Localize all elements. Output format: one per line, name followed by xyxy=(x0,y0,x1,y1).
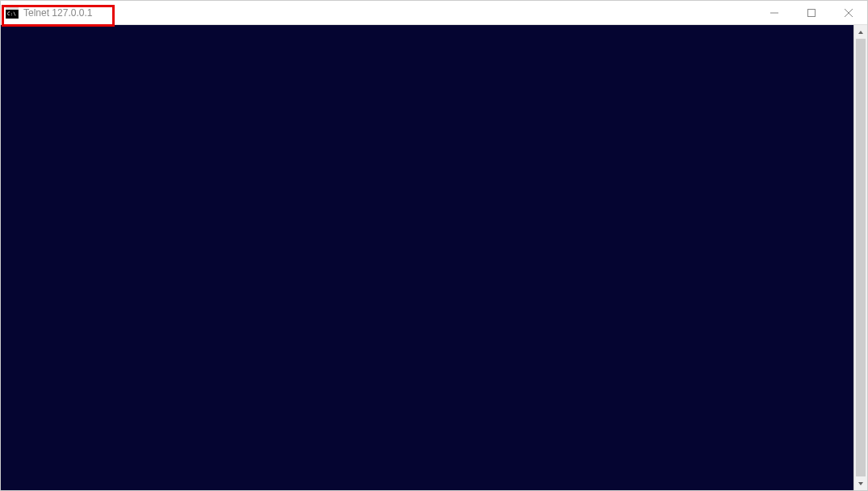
vertical-scrollbar[interactable] xyxy=(853,25,867,490)
svg-text:C:\: C:\ xyxy=(7,10,16,16)
minimize-button[interactable] xyxy=(756,1,793,25)
scroll-track[interactable] xyxy=(854,39,867,476)
svg-rect-4 xyxy=(808,9,816,16)
titlebar-left: C:\ Telnet 127.0.0.1 xyxy=(1,6,756,19)
scroll-thumb[interactable] xyxy=(856,39,866,476)
command-prompt-icon: C:\ xyxy=(6,6,19,19)
titlebar[interactable]: C:\ Telnet 127.0.0.1 xyxy=(1,1,867,25)
scroll-down-button[interactable] xyxy=(854,476,867,490)
close-button[interactable] xyxy=(830,1,867,25)
terminal-output[interactable] xyxy=(1,25,853,490)
svg-rect-1 xyxy=(6,7,19,10)
content-wrapper xyxy=(1,25,867,490)
window-controls xyxy=(756,1,867,24)
maximize-button[interactable] xyxy=(793,1,830,25)
telnet-window: C:\ Telnet 127.0.0.1 xyxy=(0,0,868,491)
scroll-up-button[interactable] xyxy=(854,25,867,39)
window-title: Telnet 127.0.0.1 xyxy=(23,7,92,19)
